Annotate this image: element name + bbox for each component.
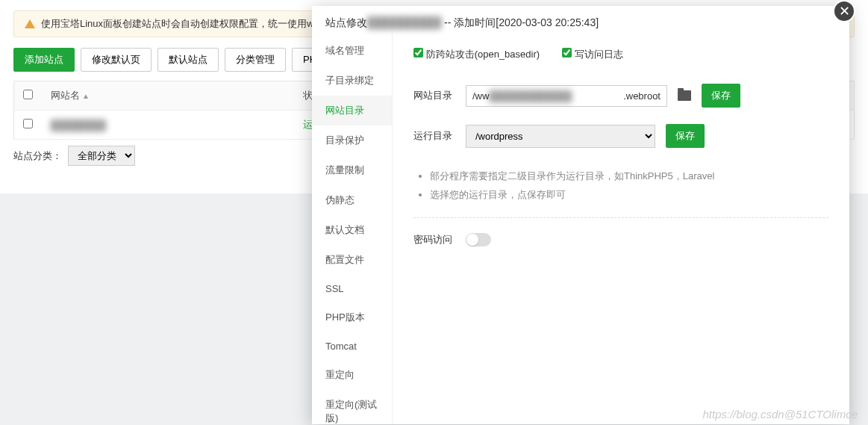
select-all-checkbox[interactable] <box>23 90 33 99</box>
tab-3[interactable]: 目录保护 <box>312 125 392 155</box>
tab-9[interactable]: PHP版本 <box>312 303 392 332</box>
rundir-label: 运行目录 <box>413 129 455 143</box>
col-name: 网站名▲ <box>42 81 294 111</box>
tab-6[interactable]: 默认文档 <box>312 215 392 245</box>
tab-7[interactable]: 配置文件 <box>312 245 392 275</box>
sitedir-label: 网站目录 <box>413 89 455 102</box>
modal-side-tabs: 域名管理子目录绑定网站目录目录保护流量限制伪静态默认文档配置文件SSLPHP版本… <box>312 31 393 424</box>
sitedir-input[interactable]: /ww████████████.webroot <box>466 85 667 107</box>
modify-default-button[interactable]: 修改默认页 <box>81 48 152 72</box>
openbasedir-check[interactable]: 防跨站攻击(open_basedir) <box>413 48 540 61</box>
note-item: 部分程序需要指定二级目录作为运行目录，如ThinkPHP5，Laravel <box>430 167 828 186</box>
modal-content: 防跨站攻击(open_basedir) 写访问日志 网站目录 /ww██████… <box>393 31 849 424</box>
tab-0[interactable]: 域名管理 <box>312 36 392 66</box>
tab-8[interactable]: SSL <box>312 275 392 303</box>
notes: 部分程序需要指定二级目录作为运行目录，如ThinkPHP5，Laravel选择您… <box>413 164 828 218</box>
folder-icon[interactable] <box>678 90 691 101</box>
tab-1[interactable]: 子目录绑定 <box>312 66 392 96</box>
warning-icon <box>25 19 35 28</box>
default-site-button[interactable]: 默认站点 <box>157 48 219 72</box>
row-checkbox[interactable] <box>23 119 33 128</box>
accesslog-check[interactable]: 写访问日志 <box>562 48 623 61</box>
tab-10[interactable]: Tomcat <box>312 332 392 360</box>
add-site-button[interactable]: 添加站点 <box>13 48 75 72</box>
save-sitedir-button[interactable]: 保存 <box>702 84 740 108</box>
tab-5[interactable]: 伪静态 <box>312 185 392 215</box>
note-item: 选择您的运行目录，点保存即可 <box>430 186 828 205</box>
close-icon[interactable]: ✕ <box>833 0 855 22</box>
site-name[interactable]: ████████ <box>51 120 106 131</box>
rundir-select[interactable]: /wordpress <box>466 125 655 148</box>
tab-2[interactable]: 网站目录 <box>312 96 392 125</box>
save-rundir-button[interactable]: 保存 <box>666 124 705 148</box>
site-edit-modal: ✕ 站点修改██████████ -- 添加时间[2020-03-03 20:2… <box>312 6 849 424</box>
filter-label: 站点分类： <box>13 149 62 163</box>
password-label: 密码访问 <box>413 233 455 246</box>
category-mgmt-button[interactable]: 分类管理 <box>225 48 286 72</box>
alert-text: 使用宝塔Linux面板创建站点时会自动创建权限配置，统一使用www 用 <box>41 17 340 31</box>
sort-icon[interactable]: ▲ <box>82 92 90 100</box>
tab-11[interactable]: 重定向 <box>312 360 392 390</box>
watermark: https://blog.csdn@51CTOlimce <box>702 408 858 421</box>
category-filter-select[interactable]: 全部分类 <box>68 146 135 166</box>
tab-12[interactable]: 重定向(测试版) <box>312 390 392 424</box>
modal-title: 站点修改██████████ -- 添加时间[2020-03-03 20:25:… <box>312 6 849 31</box>
tab-4[interactable]: 流量限制 <box>312 155 392 185</box>
password-toggle[interactable] <box>466 233 491 246</box>
